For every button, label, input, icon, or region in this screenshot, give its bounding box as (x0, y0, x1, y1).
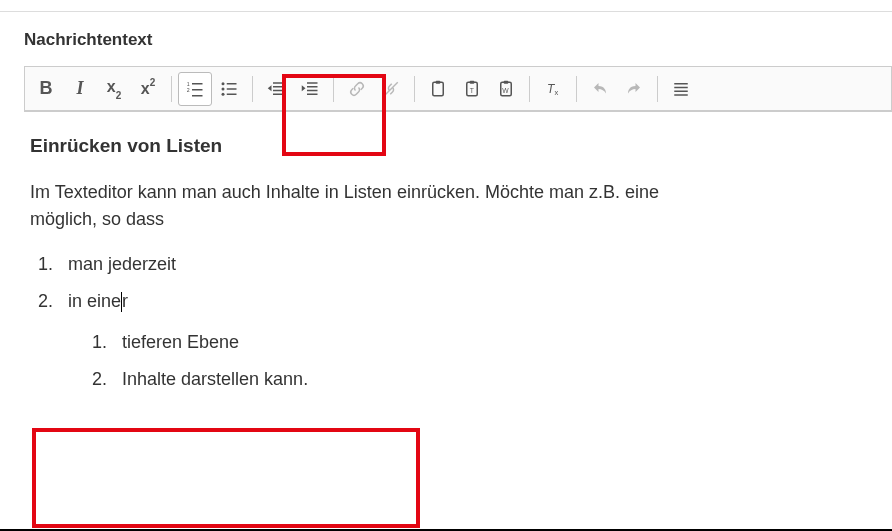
list-item: tieferen Ebene (112, 329, 886, 356)
svg-point-9 (222, 92, 225, 95)
superscript-button[interactable]: x2 (131, 72, 165, 106)
indent-icon (301, 80, 319, 98)
svg-text:1: 1 (187, 81, 190, 87)
heading: Einrücken von Listen (30, 132, 886, 161)
svg-rect-13 (273, 89, 284, 91)
indent-button[interactable] (293, 72, 327, 106)
paste-text-button[interactable]: T (455, 72, 489, 106)
paste-button[interactable] (421, 72, 455, 106)
toolbar: B I x2 x2 1 2 (24, 66, 892, 111)
paste-icon (429, 80, 447, 98)
unordered-list-icon (220, 80, 238, 98)
list-item: man jederzeit (58, 251, 886, 278)
superscript-label: x2 (141, 79, 155, 98)
undo-icon (591, 80, 609, 98)
separator (252, 76, 253, 102)
svg-rect-16 (307, 82, 318, 84)
svg-rect-11 (273, 82, 284, 84)
list-item-text: man jederzeit (68, 254, 176, 274)
separator (333, 76, 334, 102)
svg-rect-14 (273, 93, 284, 95)
list-item-text: tieferen Ebene (122, 332, 239, 352)
align-icon (672, 80, 690, 98)
svg-marker-20 (302, 85, 306, 91)
highlight-nested-list (32, 428, 420, 528)
editor-content[interactable]: Einrücken von Listen Im Texteditor kann … (24, 111, 892, 417)
redo-button[interactable] (617, 72, 651, 106)
ordered-list-button[interactable]: 1 2 (178, 72, 212, 106)
list-item-text: r (122, 291, 128, 311)
field-label: Nachrichtentext (24, 30, 892, 50)
paste-text-icon: T (463, 80, 481, 98)
bold-button[interactable]: B (29, 78, 63, 99)
align-button[interactable] (664, 72, 698, 106)
separator (657, 76, 658, 102)
annotation-arrow (0, 417, 892, 532)
outdent-icon (267, 80, 285, 98)
svg-rect-32 (674, 83, 688, 85)
svg-rect-28 (504, 80, 509, 83)
content-area: Nachrichtentext B I x2 x2 1 2 (0, 12, 892, 417)
ordered-list-icon: 1 2 (186, 80, 204, 98)
svg-rect-12 (273, 86, 284, 88)
separator (576, 76, 577, 102)
remove-format-button[interactable]: T x (536, 72, 570, 106)
ordered-list-level1: man jederzeit in einer tieferen Ebene In… (30, 251, 886, 393)
link-button[interactable] (340, 72, 374, 106)
svg-text:T: T (470, 86, 474, 93)
svg-rect-22 (433, 82, 444, 96)
svg-rect-17 (307, 86, 318, 88)
paste-word-icon: W (497, 80, 515, 98)
svg-rect-3 (192, 89, 203, 91)
unlink-button[interactable] (374, 72, 408, 106)
paste-word-button[interactable]: W (489, 72, 523, 106)
svg-point-5 (222, 82, 225, 85)
subscript-button[interactable]: x2 (97, 72, 131, 106)
unordered-list-button[interactable] (212, 72, 246, 106)
svg-rect-34 (674, 90, 688, 92)
italic-button[interactable]: I (63, 78, 97, 99)
svg-text:W: W (502, 86, 509, 93)
subscript-label: x2 (107, 78, 121, 98)
svg-marker-15 (268, 85, 272, 91)
separator (171, 76, 172, 102)
svg-rect-35 (674, 94, 688, 96)
svg-rect-4 (192, 95, 203, 97)
svg-rect-10 (227, 93, 237, 95)
list-item: in einer tieferen Ebene Inhalte darstell… (58, 288, 886, 393)
svg-rect-8 (227, 88, 237, 90)
svg-rect-18 (307, 89, 318, 91)
unlink-icon (382, 80, 400, 98)
svg-point-7 (222, 87, 225, 90)
svg-rect-33 (674, 86, 688, 88)
list-item-text: in eine (68, 291, 121, 311)
svg-rect-19 (307, 93, 318, 95)
redo-icon (625, 80, 643, 98)
link-icon (348, 80, 366, 98)
svg-text:x: x (555, 88, 559, 97)
ordered-list-level2: tieferen Ebene Inhalte darstellen kann. (84, 329, 886, 393)
top-border (0, 0, 892, 12)
separator (414, 76, 415, 102)
svg-rect-6 (227, 83, 237, 85)
page-root: Nachrichtentext B I x2 x2 1 2 (0, 0, 892, 531)
outdent-button[interactable] (259, 72, 293, 106)
remove-format-icon: T x (544, 80, 562, 98)
para1-line1: Im Texteditor kann man auch Inhalte in L… (30, 182, 659, 202)
para1-line2: möglich, so dass (30, 209, 164, 229)
separator (529, 76, 530, 102)
undo-button[interactable] (583, 72, 617, 106)
paragraph-1: Im Texteditor kann man auch Inhalte in L… (30, 179, 886, 233)
svg-rect-1 (192, 83, 203, 85)
list-item-text: Inhalte darstellen kann. (122, 369, 308, 389)
svg-rect-25 (470, 80, 475, 83)
svg-rect-23 (436, 80, 441, 83)
svg-text:2: 2 (187, 87, 190, 93)
list-item: Inhalte darstellen kann. (112, 366, 886, 393)
